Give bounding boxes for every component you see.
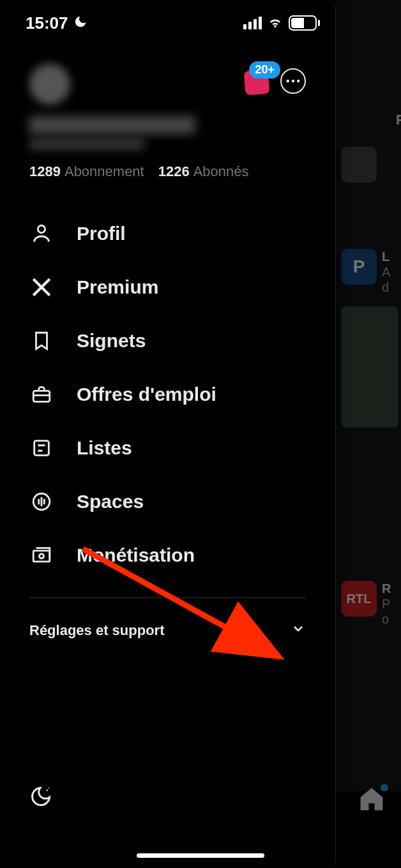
battery-percent: 50 — [298, 18, 308, 29]
user-display-name — [29, 116, 195, 134]
followers-count: 1226 — [158, 163, 190, 179]
drawer-menu: Profil Premium Signets Offres d'emploi L — [0, 207, 335, 582]
bookmark-icon — [29, 329, 54, 353]
profile-icon — [29, 221, 54, 246]
menu-item-jobs[interactable]: Offres d'emploi — [29, 368, 306, 421]
menu-item-monetization[interactable]: Monétisation — [29, 528, 306, 582]
drawer-header: 20+ 1289Abonnement 1226Abonnés — [0, 38, 335, 180]
battery-indicator: 50 — [289, 15, 320, 31]
list-icon — [29, 436, 54, 460]
svg-rect-7 — [33, 551, 50, 562]
briefcase-icon — [29, 382, 54, 407]
following-label: Abonnement — [64, 163, 144, 179]
cellular-signal-icon — [243, 17, 262, 29]
account-switcher[interactable]: 20+ — [245, 68, 271, 94]
x-icon — [29, 275, 54, 299]
user-handle — [29, 138, 144, 151]
menu-label: Premium — [77, 276, 158, 298]
settings-label: Réglages et support — [29, 622, 164, 639]
more-accounts-button[interactable] — [280, 68, 306, 94]
menu-item-spaces[interactable]: Spaces — [29, 475, 306, 528]
svg-point-1 — [292, 80, 295, 83]
menu-item-lists[interactable]: Listes — [29, 421, 306, 475]
menu-label: Signets — [77, 330, 146, 352]
status-time: 15:07 — [26, 13, 68, 33]
svg-point-8 — [39, 554, 43, 558]
do-not-disturb-icon — [73, 13, 87, 33]
menu-item-premium[interactable]: Premium — [29, 260, 306, 314]
menu-label: Profil — [77, 223, 126, 244]
follow-stats: 1289Abonnement 1226Abonnés — [29, 163, 306, 180]
menu-label: Monétisation — [77, 544, 195, 566]
background-feed: Po P LAd RTL RPo — [336, 0, 401, 868]
menu-label: Offres d'emploi — [77, 384, 216, 405]
followers-label: Abonnés — [193, 163, 249, 179]
home-indicator — [137, 853, 264, 858]
following-count: 1289 — [29, 163, 61, 179]
following-link[interactable]: 1289Abonnement — [29, 163, 144, 180]
svg-rect-5 — [34, 441, 49, 456]
dark-mode-toggle[interactable] — [29, 785, 306, 811]
user-avatar[interactable] — [29, 64, 70, 105]
menu-item-profile[interactable]: Profil — [29, 207, 306, 260]
status-bar: 15:07 50 — [0, 0, 335, 38]
menu-item-bookmarks[interactable]: Signets — [29, 314, 306, 368]
svg-point-2 — [297, 80, 300, 83]
menu-label: Listes — [77, 437, 132, 459]
followers-link[interactable]: 1226Abonnés — [158, 163, 249, 180]
navigation-drawer: 15:07 50 — [0, 0, 336, 868]
settings-support-toggle[interactable]: Réglages et support — [0, 598, 335, 640]
svg-point-3 — [38, 225, 45, 232]
notification-count-badge: 20+ — [249, 61, 280, 79]
wifi-icon — [267, 13, 284, 33]
spaces-icon — [29, 490, 54, 514]
svg-point-0 — [286, 80, 289, 83]
menu-label: Spaces — [77, 491, 144, 513]
feed-dim-overlay[interactable] — [336, 0, 401, 868]
chevron-down-icon — [291, 621, 306, 640]
monetization-icon — [29, 543, 54, 567]
